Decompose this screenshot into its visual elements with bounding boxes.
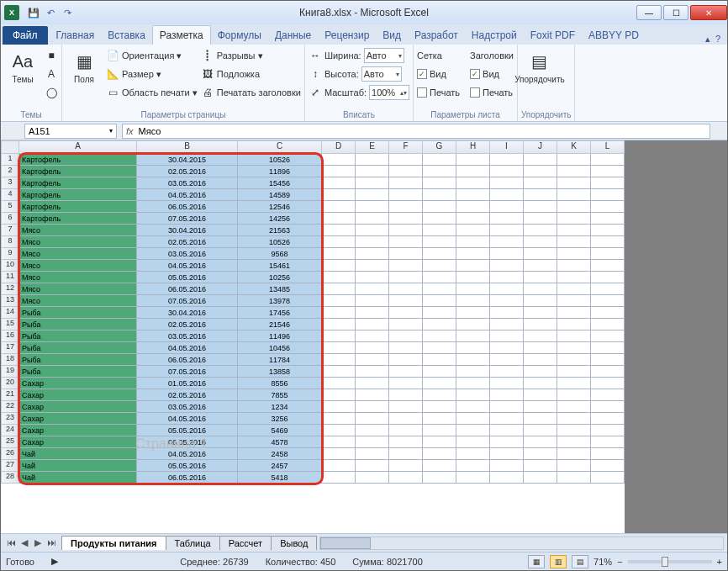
cell[interactable] <box>389 307 423 319</box>
tab-page-layout[interactable]: Разметка <box>152 25 211 45</box>
cell[interactable] <box>591 448 625 460</box>
cell[interactable] <box>389 366 423 378</box>
cell[interactable] <box>557 201 591 213</box>
cell[interactable] <box>524 472 557 484</box>
cell[interactable] <box>490 472 524 484</box>
cell[interactable]: 12546 <box>238 201 322 213</box>
cell[interactable] <box>322 177 356 189</box>
cell[interactable] <box>389 342 423 354</box>
cell[interactable] <box>356 225 389 236</box>
column-header[interactable]: L <box>591 140 625 154</box>
cell[interactable] <box>389 319 423 330</box>
column-header[interactable]: I <box>490 140 524 154</box>
cell[interactable] <box>356 201 389 213</box>
cell[interactable] <box>389 189 423 201</box>
cell[interactable]: Сахар <box>19 401 137 413</box>
cell[interactable] <box>524 236 557 248</box>
cell[interactable] <box>524 319 557 330</box>
cell[interactable] <box>557 189 591 201</box>
cell[interactable] <box>322 307 356 319</box>
cell[interactable] <box>557 366 591 378</box>
column-header[interactable]: H <box>456 140 490 154</box>
cell[interactable] <box>591 472 625 484</box>
cell[interactable] <box>356 436 389 448</box>
cell[interactable] <box>490 366 524 378</box>
cell[interactable] <box>557 472 591 484</box>
cell[interactable] <box>423 295 456 307</box>
cell[interactable] <box>423 260 456 272</box>
cell[interactable]: Картофель <box>19 177 137 189</box>
row-header[interactable]: 12 <box>1 283 19 295</box>
cell[interactable] <box>557 389 591 401</box>
cell[interactable] <box>490 354 524 366</box>
row-header[interactable]: 27 <box>1 460 19 472</box>
tab-abbyy[interactable]: ABBYY PD <box>582 26 646 45</box>
tab-data[interactable]: Данные <box>268 26 318 45</box>
gridlines-view-checkbox[interactable]: ✓Вид <box>417 65 460 83</box>
cell[interactable] <box>524 460 557 472</box>
cell[interactable] <box>456 236 490 248</box>
cell[interactable] <box>524 342 557 354</box>
cell[interactable] <box>322 319 356 330</box>
cell[interactable] <box>423 213 456 225</box>
row-header[interactable]: 23 <box>1 413 19 425</box>
cell[interactable] <box>591 319 625 330</box>
cell[interactable]: Сахар <box>19 436 137 448</box>
cell[interactable]: 14256 <box>238 213 322 225</box>
cell[interactable]: 13485 <box>238 283 322 295</box>
cell[interactable] <box>423 154 456 166</box>
row-header[interactable]: 17 <box>1 342 19 354</box>
cell[interactable] <box>389 166 423 177</box>
cell[interactable] <box>423 448 456 460</box>
cell[interactable] <box>356 248 389 260</box>
zoom-level[interactable]: 71% <box>593 557 612 567</box>
cell[interactable] <box>591 189 625 201</box>
cell[interactable] <box>356 472 389 484</box>
cell[interactable]: 01.05.2016 <box>137 378 238 389</box>
cell[interactable] <box>557 413 591 425</box>
cell[interactable] <box>591 260 625 272</box>
cell[interactable] <box>524 283 557 295</box>
cell[interactable]: 14589 <box>238 189 322 201</box>
tab-review[interactable]: Рецензир <box>318 26 376 45</box>
cell[interactable] <box>322 154 356 166</box>
tab-insert[interactable]: Вставка <box>101 26 152 45</box>
cell[interactable] <box>356 319 389 330</box>
zoom-slider-thumb[interactable] <box>662 557 668 567</box>
row-header[interactable]: 13 <box>1 295 19 307</box>
cell[interactable]: 5418 <box>238 472 322 484</box>
cell[interactable] <box>423 307 456 319</box>
cell[interactable]: 8556 <box>238 378 322 389</box>
cell[interactable] <box>591 201 625 213</box>
row-header[interactable]: 4 <box>1 189 19 201</box>
cell[interactable]: 30.04.2015 <box>137 154 238 166</box>
cell[interactable] <box>423 166 456 177</box>
margins-button[interactable]: ▦ Поля <box>66 46 103 84</box>
cell[interactable] <box>490 378 524 389</box>
cell[interactable] <box>322 166 356 177</box>
cell[interactable] <box>490 295 524 307</box>
sheet-nav-prev[interactable]: ◀ <box>18 537 31 548</box>
view-page-layout-button[interactable]: ▥ <box>550 555 567 568</box>
cell[interactable] <box>322 460 356 472</box>
cell[interactable] <box>423 201 456 213</box>
cell[interactable]: 2458 <box>238 448 322 460</box>
cell[interactable] <box>389 413 423 425</box>
cell[interactable]: 06.05.2016 <box>137 436 238 448</box>
row-header[interactable]: 20 <box>1 378 19 389</box>
sheet-nav-last[interactable]: ⏭ <box>45 537 58 548</box>
cell[interactable] <box>322 189 356 201</box>
column-header[interactable]: E <box>356 140 389 154</box>
scale-stepper[interactable]: 100%▴▾ <box>369 85 409 100</box>
cell[interactable] <box>456 378 490 389</box>
cell[interactable]: 05.05.2016 <box>137 460 238 472</box>
cell[interactable]: Картофель <box>19 189 137 201</box>
cell[interactable] <box>456 319 490 330</box>
macro-record-icon[interactable]: ▶ <box>51 556 58 567</box>
cell[interactable] <box>490 236 524 248</box>
cell[interactable] <box>557 272 591 283</box>
cell[interactable] <box>322 401 356 413</box>
cell[interactable]: 4578 <box>238 436 322 448</box>
cell[interactable] <box>456 154 490 166</box>
cell[interactable] <box>524 425 557 436</box>
